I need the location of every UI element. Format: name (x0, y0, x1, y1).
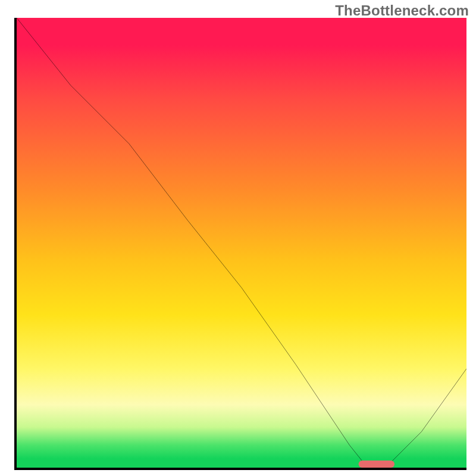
curve-line (17, 18, 466, 468)
watermark-text: TheBottleneck.com (335, 2, 469, 19)
chart-svg (17, 18, 466, 468)
chart-container: TheBottleneck.com (0, 0, 476, 476)
optimal-marker (359, 461, 394, 468)
plot-area (14, 18, 466, 470)
